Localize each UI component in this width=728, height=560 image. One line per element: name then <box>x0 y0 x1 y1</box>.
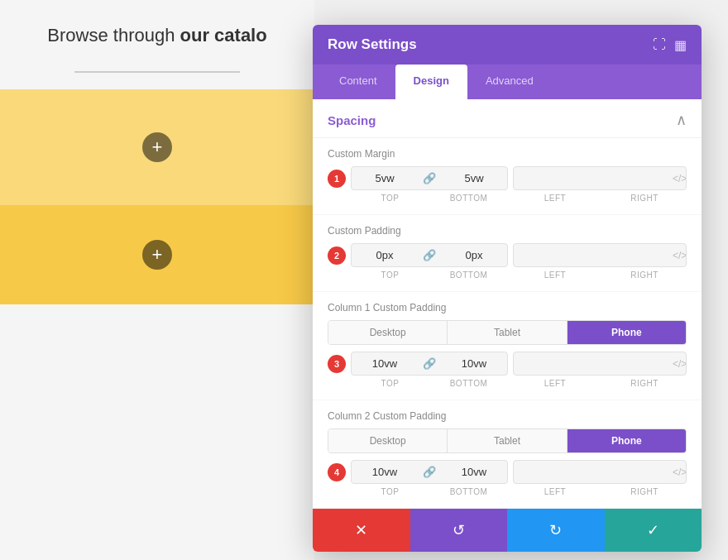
margin-left-right-pair: </> <box>513 166 687 190</box>
margin-left-label: Left <box>513 194 597 203</box>
col1-device-tabs: Desktop Tablet Phone <box>328 320 687 345</box>
canvas-divider <box>74 71 240 73</box>
tab-content[interactable]: Content <box>321 65 395 99</box>
col2-tablet-tab[interactable]: Tablet <box>448 429 567 452</box>
col2-phone-tab[interactable]: Phone <box>568 429 686 452</box>
col2-labels-row: Top Bottom Left Right <box>328 487 687 496</box>
margin-labels-row: Top Bottom Left Right <box>328 194 687 203</box>
columns-icon[interactable]: ▦ <box>674 37 687 53</box>
padding-code-icon[interactable]: </> <box>666 250 687 261</box>
padding-top-label: Top <box>351 270 429 280</box>
redo-button[interactable]: ↻ <box>507 509 605 552</box>
col1-top-input[interactable] <box>352 352 418 375</box>
col1-padding-group: Column 1 Custom Padding Desktop Tablet P… <box>313 292 702 400</box>
padding-bottom-label: Bottom <box>429 270 508 280</box>
padding-bottom-input[interactable] <box>441 244 507 266</box>
col2-bottom-label: Bottom <box>429 487 508 496</box>
col1-labels-row: Top Bottom Left Right <box>328 379 687 388</box>
canvas-text: Browse through our catalo <box>47 25 266 46</box>
col2-desktop-tab[interactable]: Desktop <box>328 429 448 452</box>
col2-right-label: Right <box>602 487 687 496</box>
badge-1: 1 <box>328 170 346 188</box>
modal-tabs: Content Design Advanced <box>313 65 702 99</box>
modal-header: Row Settings ⛶ ▦ <box>313 25 702 65</box>
col2-top-input[interactable] <box>352 461 418 483</box>
custom-padding-group: Custom Padding 2 🔗 </> Top Bottom Left <box>313 215 702 292</box>
padding-left-input[interactable] <box>514 244 666 266</box>
reset-button[interactable]: ↺ <box>410 509 508 552</box>
custom-margin-group: Custom Margin 1 🔗 </> Top Bottom Left <box>313 138 702 215</box>
canvas-row-1: + <box>0 89 314 205</box>
cancel-button[interactable]: ✕ <box>313 509 410 552</box>
col2-padding-label: Column 2 Custom Padding <box>328 410 687 422</box>
padding-left-label: Left <box>513 270 597 280</box>
margin-top-label: Top <box>351 194 429 203</box>
margin-top-input[interactable] <box>352 167 418 189</box>
padding-left-right-pair: </> <box>513 243 687 267</box>
margin-bottom-label: Bottom <box>429 194 508 203</box>
add-row-1-button[interactable]: + <box>142 132 172 162</box>
modal-title: Row Settings <box>328 36 417 53</box>
col2-top-bottom-pair: 🔗 <box>351 460 508 484</box>
col2-device-tabs: Desktop Tablet Phone <box>328 428 687 453</box>
canvas-area: Browse through our catalo + + <box>0 0 314 560</box>
modal-header-icons: ⛶ ▦ <box>653 37 687 53</box>
col2-left-input[interactable] <box>514 461 666 483</box>
row-settings-modal: Row Settings ⛶ ▦ Content Design Advanced… <box>313 25 702 552</box>
custom-padding-input-row: 2 🔗 </> <box>328 243 687 267</box>
tab-advanced[interactable]: Advanced <box>467 65 552 99</box>
modal-body: Spacing ∧ Custom Margin 1 🔗 </> To <box>313 99 702 509</box>
col1-padding-label: Column 1 Custom Padding <box>328 302 687 314</box>
col1-bottom-input[interactable] <box>441 352 507 375</box>
spacing-title: Spacing <box>328 113 376 127</box>
margin-code-icon[interactable]: </> <box>666 173 687 184</box>
custom-margin-input-row: 1 🔗 </> <box>328 166 687 190</box>
margin-bottom-input[interactable] <box>441 167 507 189</box>
col2-top-label: Top <box>351 487 429 496</box>
col1-left-input[interactable] <box>514 352 666 375</box>
col1-left-label: Left <box>513 379 597 388</box>
padding-right-label: Right <box>602 270 687 280</box>
col1-left-right-pair: </> <box>513 352 687 376</box>
spacing-section-header: Spacing ∧ <box>313 99 702 138</box>
col2-padding-input-row: 4 🔗 </> <box>328 460 687 484</box>
col1-link-icon[interactable]: 🔗 <box>418 357 441 370</box>
fullscreen-icon[interactable]: ⛶ <box>653 37 666 53</box>
padding-link-icon[interactable]: 🔗 <box>418 249 441 261</box>
custom-padding-label: Custom Padding <box>328 225 687 237</box>
col1-top-label: Top <box>351 379 429 388</box>
col2-bottom-input[interactable] <box>441 461 507 483</box>
col1-phone-tab[interactable]: Phone <box>568 321 686 344</box>
badge-2: 2 <box>328 246 346 265</box>
col1-top-bottom-pair: 🔗 <box>351 352 508 376</box>
padding-top-bottom-pair: 🔗 <box>351 243 508 267</box>
badge-3: 3 <box>328 355 346 373</box>
custom-margin-label: Custom Margin <box>328 148 687 160</box>
margin-link-icon[interactable]: 🔗 <box>418 172 441 184</box>
col1-bottom-label: Bottom <box>429 379 508 388</box>
padding-top-input[interactable] <box>352 244 418 266</box>
col2-left-label: Left <box>513 487 597 496</box>
col2-left-right-pair: </> <box>513 460 687 484</box>
col1-right-label: Right <box>602 379 687 388</box>
action-bar: ✕ ↺ ↻ ✓ <box>313 509 702 552</box>
tab-design[interactable]: Design <box>395 65 467 99</box>
padding-labels-row: Top Bottom Left Right <box>328 270 687 280</box>
col1-desktop-tab[interactable]: Desktop <box>328 321 448 344</box>
margin-right-label: Right <box>602 194 687 203</box>
col2-link-icon[interactable]: 🔗 <box>418 466 441 478</box>
col1-code-icon[interactable]: </> <box>666 358 687 370</box>
badge-4: 4 <box>328 463 346 481</box>
col2-code-icon[interactable]: </> <box>666 467 687 478</box>
save-button[interactable]: ✓ <box>605 509 702 552</box>
col1-tablet-tab[interactable]: Tablet <box>448 321 567 344</box>
col1-padding-input-row: 3 🔗 </> <box>328 352 687 376</box>
margin-left-input[interactable] <box>514 167 666 189</box>
col2-padding-group: Column 2 Custom Padding Desktop Tablet P… <box>313 400 702 509</box>
collapse-icon[interactable]: ∧ <box>676 111 687 129</box>
margin-top-bottom-pair: 🔗 <box>351 166 508 190</box>
add-row-2-button[interactable]: + <box>142 240 172 270</box>
canvas-row-2: + <box>0 205 314 304</box>
